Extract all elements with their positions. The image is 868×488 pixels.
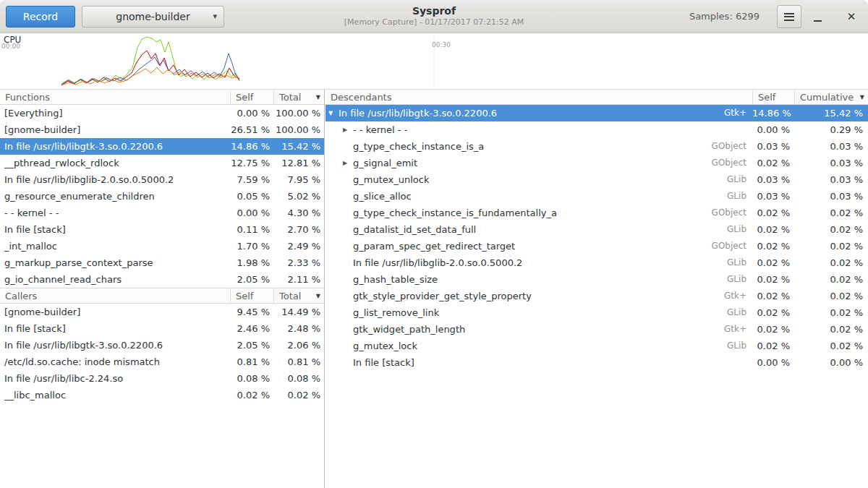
- hamburger-icon: [784, 13, 794, 21]
- table-row[interactable]: g_io_channel_read_chars2.05 %2.11 %: [0, 271, 324, 288]
- tree-row[interactable]: ▶g_signal_emitGObject0.02 %0.03 %: [326, 155, 868, 171]
- total-value: 2.70 %: [273, 221, 324, 238]
- self-value: 7.59 %: [230, 171, 273, 188]
- self-value: 0.02 %: [752, 254, 794, 271]
- tree-row[interactable]: In file /usr/lib/libglib-2.0.so.0.5000.2…: [326, 254, 868, 271]
- table-row[interactable]: [gnome-builder]26.51 %100.00 %: [0, 121, 324, 138]
- profile-dropdown[interactable]: gnome-builder ▾: [82, 6, 224, 27]
- function-name: g_slice_alloc: [353, 188, 412, 205]
- column-header-descendants[interactable]: Descendants: [326, 90, 752, 104]
- tree-row[interactable]: g_param_spec_get_redirect_targetGObject0…: [326, 238, 868, 254]
- table-row[interactable]: g_resource_enumerate_children0.05 %5.02 …: [0, 188, 324, 205]
- function-name: In file /usr/lib/libgtk-3.so.0.2200.6: [0, 138, 230, 155]
- total-value: 14.49 %: [273, 304, 324, 320]
- window-subtitle: [Memory Capture] - 01/17/2017 07:21:52 A…: [231, 17, 637, 27]
- column-header-total-label: Total: [279, 291, 301, 301]
- self-value: 0.02 %: [752, 271, 794, 288]
- cpu-graph[interactable]: CPU 00:00 00:30: [0, 33, 868, 89]
- descendant-name-cell: g_hash_table_sizeGLib: [326, 271, 752, 288]
- table-row[interactable]: [gnome-builder]9.45 %14.49 %: [0, 304, 324, 320]
- column-header-self[interactable]: Self: [230, 90, 273, 104]
- table-row[interactable]: In file /usr/lib/libgtk-3.so.0.2200.614.…: [0, 138, 324, 155]
- column-header-self[interactable]: Self: [230, 288, 273, 303]
- total-value: 15.42 %: [273, 138, 324, 155]
- tree-row[interactable]: ▶- - kernel - -0.00 %0.29 %: [326, 121, 868, 138]
- table-row[interactable]: g_markup_parse_context_parse1.98 %2.33 %: [0, 254, 324, 271]
- table-row[interactable]: __pthread_rwlock_rdlock12.75 %12.81 %: [0, 155, 324, 171]
- column-header-total[interactable]: Total ▼: [273, 288, 324, 303]
- function-name: g_datalist_id_set_data_full: [353, 221, 476, 238]
- tree-row[interactable]: g_datalist_id_set_data_fullGLib0.02 %0.0…: [326, 221, 868, 238]
- cumulative-value: 0.02 %: [794, 338, 868, 354]
- function-name: __pthread_rwlock_rdlock: [0, 155, 230, 171]
- column-header-callers[interactable]: Callers: [0, 288, 230, 303]
- expander-closed-icon[interactable]: ▶: [341, 121, 353, 138]
- descendant-name-cell: In file /usr/lib/libglib-2.0.so.0.5000.2…: [326, 254, 752, 271]
- table-row[interactable]: __libc_malloc0.02 %0.02 %: [0, 387, 324, 403]
- self-value: 9.45 %: [230, 304, 273, 320]
- cumulative-value: 0.02 %: [794, 271, 868, 288]
- table-row[interactable]: In file /usr/lib/libglib-2.0.so.0.5000.2…: [0, 171, 324, 188]
- cumulative-value: 0.29 %: [794, 121, 868, 138]
- descendant-name-cell: ▶- - kernel - -: [326, 121, 752, 138]
- tree-row[interactable]: g_mutex_lockGLib0.02 %0.02 %: [326, 338, 868, 354]
- close-button[interactable]: ✕: [841, 7, 861, 27]
- function-name: [gnome-builder]: [0, 304, 230, 320]
- column-header-functions[interactable]: Functions: [0, 90, 230, 104]
- cpu-series-orange: [61, 67, 239, 85]
- tree-row[interactable]: gtk_style_provider_get_style_propertyGtk…: [326, 288, 868, 304]
- expander-closed-icon[interactable]: ▶: [341, 155, 353, 171]
- tree-row[interactable]: g_hash_table_sizeGLib0.02 %0.02 %: [326, 271, 868, 288]
- total-value: 5.02 %: [273, 188, 324, 205]
- self-value: 14.86 %: [752, 105, 794, 121]
- cpu-series-blue: [61, 53, 239, 85]
- expander-open-icon[interactable]: ▼: [327, 105, 339, 121]
- column-header-cumulative[interactable]: Cumulative ▼: [794, 90, 868, 104]
- tree-row[interactable]: g_list_remove_linkGLib0.02 %0.02 %: [326, 304, 868, 321]
- library-label: Gtk+: [724, 105, 752, 121]
- table-row[interactable]: /etc/ld.so.cache: inode mismatch0.81 %0.…: [0, 354, 324, 370]
- tree-row[interactable]: In file [stack]0.00 %0.00 %: [326, 354, 868, 371]
- record-button[interactable]: Record: [6, 6, 75, 27]
- minimize-button[interactable]: [807, 7, 827, 27]
- column-header-self[interactable]: Self: [752, 90, 794, 104]
- table-row[interactable]: In file /usr/lib/libc-2.24.so0.08 %0.08 …: [0, 370, 324, 387]
- self-value: 0.02 %: [230, 387, 273, 403]
- total-value: 12.81 %: [273, 155, 324, 171]
- tree-row[interactable]: ▼In file /usr/lib/libgtk-3.so.0.2200.6Gt…: [326, 105, 868, 121]
- descendant-name-cell: ▼In file /usr/lib/libgtk-3.so.0.2200.6Gt…: [326, 105, 752, 121]
- table-row[interactable]: In file [stack]2.46 %2.48 %: [0, 320, 324, 337]
- library-label: GLib: [727, 304, 752, 321]
- library-label: GObject: [712, 155, 752, 171]
- self-value: 0.02 %: [752, 321, 794, 338]
- self-value: 0.81 %: [230, 354, 273, 370]
- menu-button[interactable]: [777, 5, 801, 28]
- library-label: GObject: [712, 205, 752, 221]
- cumulative-value: 0.03 %: [794, 155, 868, 171]
- tree-row[interactable]: g_slice_allocGLib0.03 %0.03 %: [326, 188, 868, 205]
- table-row[interactable]: In file [stack]0.11 %2.70 %: [0, 221, 324, 238]
- table-row[interactable]: - - kernel - -0.00 %4.30 %: [0, 205, 324, 221]
- table-row[interactable]: In file /usr/lib/libgtk-3.so.0.2200.62.0…: [0, 337, 324, 354]
- function-name: In file /usr/lib/libglib-2.0.so.0.5000.2: [353, 254, 522, 271]
- tree-row[interactable]: gtk_widget_path_lengthGtk+0.02 %0.02 %: [326, 321, 868, 338]
- library-label: GLib: [727, 338, 752, 354]
- total-value: 2.06 %: [273, 337, 324, 354]
- column-header-total[interactable]: Total ▼: [273, 90, 324, 104]
- descendants-table-body: ▼In file /usr/lib/libgtk-3.so.0.2200.6Gt…: [326, 105, 868, 371]
- total-value: 100.00 %: [273, 121, 324, 138]
- tree-row[interactable]: g_type_check_instance_is_aGObject0.03 %0…: [326, 138, 868, 155]
- table-row[interactable]: _int_malloc1.70 %2.49 %: [0, 238, 324, 254]
- function-name: In file [stack]: [353, 354, 414, 371]
- descendant-name-cell: g_type_check_instance_is_aGObject: [326, 138, 752, 155]
- tree-row[interactable]: g_type_check_instance_is_fundamentally_a…: [326, 205, 868, 221]
- descendants-pane: Descendants Self Cumulative ▼ ▼In file /…: [326, 89, 868, 488]
- self-value: 0.03 %: [752, 171, 794, 188]
- cumulative-value: 0.02 %: [794, 221, 868, 238]
- self-value: 0.05 %: [230, 188, 273, 205]
- table-row[interactable]: [Everything]0.00 %100.00 %: [0, 105, 324, 121]
- cumulative-value: 0.03 %: [794, 188, 868, 205]
- tree-row[interactable]: g_mutex_unlockGLib0.03 %0.03 %: [326, 171, 868, 188]
- self-value: 0.02 %: [752, 304, 794, 321]
- self-value: 0.02 %: [752, 155, 794, 171]
